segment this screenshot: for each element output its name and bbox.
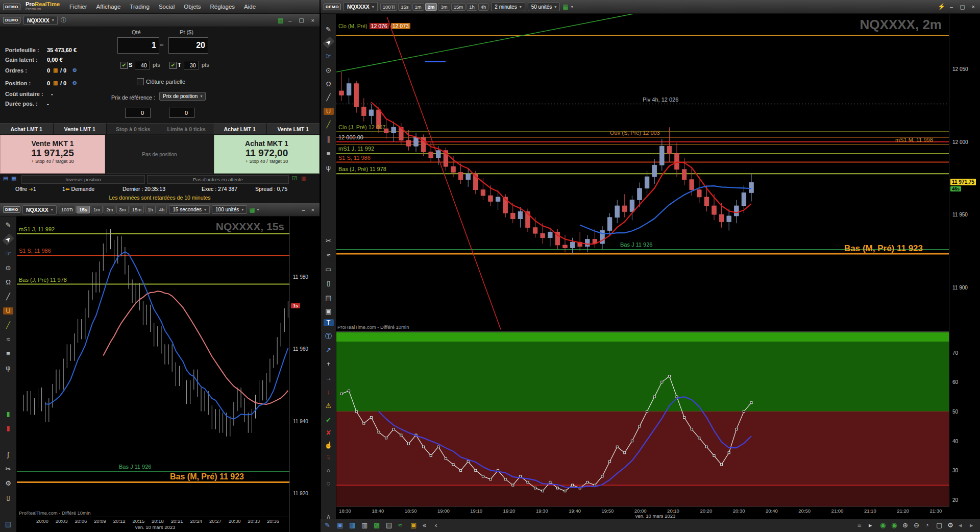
menu-item-objets[interactable]: Objets: [179, 4, 205, 10]
points-input[interactable]: 20: [168, 37, 208, 54]
magnet-tool-icon[interactable]: U: [3, 307, 13, 315]
position-gear-icon[interactable]: ⚙: [72, 80, 77, 86]
quantity-input[interactable]: 1: [117, 37, 159, 54]
chart-style-caret[interactable]: ▾: [257, 207, 259, 212]
wave-tool-icon[interactable]: ≈: [3, 336, 13, 343]
wave-button[interactable]: ≈: [398, 521, 402, 529]
target-checkbox[interactable]: ✔: [169, 62, 177, 69]
alert-bell-tool-icon[interactable]: Ω: [324, 81, 334, 88]
nav-first-button[interactable]: «: [423, 521, 426, 529]
chart-2m-canvas[interactable]: Piv 4h, 12 026Clo (J, Pré) 12 007Ouv (S,…: [336, 14, 949, 331]
menu-item-reglages[interactable]: Réglages: [205, 4, 239, 10]
cursor-tool-icon[interactable]: ➤: [322, 36, 334, 49]
timeframe-4h[interactable]: 4h: [478, 3, 489, 11]
vente-lmt-button-2[interactable]: Vente LMT 1: [267, 123, 320, 134]
symbol-dropdown[interactable]: NQXXXX▾: [22, 205, 57, 214]
arrow-right-tool-icon[interactable]: →: [324, 375, 334, 382]
timeframe-100ti[interactable]: 100Ti: [59, 206, 76, 213]
confirm-orders-icon[interactable]: ☑: [292, 175, 297, 182]
trash-tool-icon[interactable]: ▯: [3, 494, 13, 501]
ruler-tool-icon[interactable]: ╱: [324, 94, 334, 101]
clock-button[interactable]: ◔: [925, 521, 929, 529]
achat-lmt-button-2[interactable]: Achat LMT 1: [213, 123, 267, 134]
bar-down-tool-icon[interactable]: ▮: [3, 425, 13, 432]
layout-grid-button-icon[interactable]: ▤: [3, 521, 13, 528]
scissors-tool-icon[interactable]: ✂: [324, 237, 334, 245]
minimize-button[interactable]: –: [948, 4, 955, 10]
menu-item-social[interactable]: Social: [154, 4, 179, 10]
close-button[interactable]: ×: [309, 17, 316, 23]
period-dropdown[interactable]: 15 secondes▾: [169, 205, 210, 214]
timeframe-3m[interactable]: 3m: [116, 206, 128, 213]
timeframe-15s[interactable]: 15s: [398, 3, 411, 11]
trendline-tool-icon[interactable]: ╱: [324, 121, 334, 128]
chart-style-caret[interactable]: ▾: [571, 5, 573, 9]
stop-input[interactable]: 40: [135, 61, 150, 69]
units-dropdown[interactable]: 100 unités▾: [212, 205, 247, 214]
symbol-dropdown[interactable]: NQXXXX▾: [344, 2, 378, 11]
settings-button[interactable]: ⚙: [947, 521, 953, 529]
play-button[interactable]: ▸: [869, 521, 872, 529]
table-button[interactable]: ▤: [386, 521, 392, 529]
pitchfork-tool-icon[interactable]: ψ: [3, 365, 13, 372]
text-tool-icon[interactable]: T: [324, 319, 334, 326]
chart-style-icon[interactable]: ▦: [249, 206, 255, 213]
timeframe-15s[interactable]: 15s: [77, 206, 90, 213]
scroll-right-button[interactable]: ▸: [970, 521, 973, 529]
scissors-tool-icon[interactable]: ✂: [3, 466, 13, 473]
orders-button[interactable]: ▣: [410, 521, 416, 529]
reverse-position-button[interactable]: Inverser position: [21, 175, 145, 184]
menu-item-affichage[interactable]: Affichage: [92, 4, 126, 10]
positions-list-icon[interactable]: ▦: [11, 175, 16, 182]
thumb-down-marker-tool-icon[interactable]: ☟: [324, 454, 334, 462]
maximize-button[interactable]: ▢: [297, 17, 306, 23]
stop-checkbox[interactable]: ✔: [120, 62, 128, 69]
ruler-tool-icon[interactable]: ╱: [3, 293, 13, 300]
hand-tool-icon[interactable]: ☞: [324, 53, 334, 60]
wave2-tool-icon[interactable]: ∫: [3, 451, 13, 458]
pencil-tool-icon[interactable]: ✎: [3, 222, 13, 229]
wave-tool-icon[interactable]: ≈: [324, 252, 334, 259]
ellipse-tool-icon[interactable]: ○: [324, 467, 334, 474]
indicator-canvas[interactable]: [336, 332, 949, 506]
trendline-tool-icon[interactable]: ╱: [3, 322, 13, 329]
target-input[interactable]: 30: [184, 61, 199, 69]
thumb-up-marker-tool-icon[interactable]: ☝: [324, 442, 334, 449]
chart-2m[interactable]: NQXXXX, 2m Clo (M, Pré)12 07612 073 ProR…: [336, 14, 949, 331]
pitchfork-tool-icon[interactable]: ψ: [324, 164, 334, 172]
buy-market-button[interactable]: Achat MKT 1 11 972,00 + Stop 40 / Target…: [214, 135, 320, 174]
magnet-tool-icon[interactable]: U: [324, 108, 334, 115]
list-button[interactable]: ≡: [857, 521, 862, 529]
orders-gear-icon[interactable]: ⚙: [72, 67, 77, 73]
units-dropdown[interactable]: 50 unités▾: [528, 3, 560, 11]
lasso-tool-icon[interactable]: ◌: [324, 480, 334, 487]
bar-up-tool-icon[interactable]: ▮: [3, 410, 13, 418]
partial-close-checkbox[interactable]: ✔: [137, 78, 144, 85]
minimize-button[interactable]: –: [286, 17, 293, 23]
copy-tool-icon[interactable]: ▣: [324, 308, 334, 315]
pencil-tool-icon[interactable]: ✎: [324, 26, 334, 33]
chart-2m-price-axis[interactable]: 12 05012 00011 95011 90011 971,7546s7060…: [949, 14, 980, 506]
chart-style-icon[interactable]: ▦: [562, 3, 568, 10]
timeframe-2m[interactable]: 2m: [425, 3, 437, 11]
chart-15s[interactable]: NQXXXX, 15s mS1 J, 11 992S1 S, 11 986Bas…: [17, 216, 289, 510]
windows-button[interactable]: ▦: [349, 521, 355, 529]
position-calendar-icon[interactable]: ▥: [53, 80, 58, 86]
ref-price-dropdown[interactable]: Prix de position▾: [159, 92, 206, 101]
period-dropdown[interactable]: 2 minutes▾: [491, 3, 525, 11]
limite-ticks-button[interactable]: Limite à 0 ticks: [160, 123, 214, 134]
stop-ticks-button[interactable]: Stop à 0 ticks: [107, 123, 160, 134]
timeframe-4h[interactable]: 4h: [157, 206, 167, 213]
menu-item-fichier[interactable]: Fichier: [65, 4, 92, 10]
scroll-left-button[interactable]: ◂: [959, 521, 962, 529]
link-icon[interactable]: ∞: [160, 41, 164, 47]
alert-bell-tool-icon[interactable]: Ω: [3, 279, 13, 286]
fibonacci-tool-icon[interactable]: ≡: [3, 350, 13, 357]
timeframe-15m[interactable]: 15m: [130, 206, 144, 213]
timeframe-1m[interactable]: 1m: [91, 206, 103, 213]
monitor-button[interactable]: ▥: [361, 521, 368, 529]
warning-marker-tool-icon[interactable]: ⚠: [324, 402, 334, 409]
cross-marker-tool-icon[interactable]: ✘: [324, 429, 334, 437]
sell-market-button[interactable]: Vente MKT 1 11 971,25 + Stop 40 / Target…: [0, 135, 105, 174]
timeframe-1h[interactable]: 1h: [145, 206, 156, 213]
